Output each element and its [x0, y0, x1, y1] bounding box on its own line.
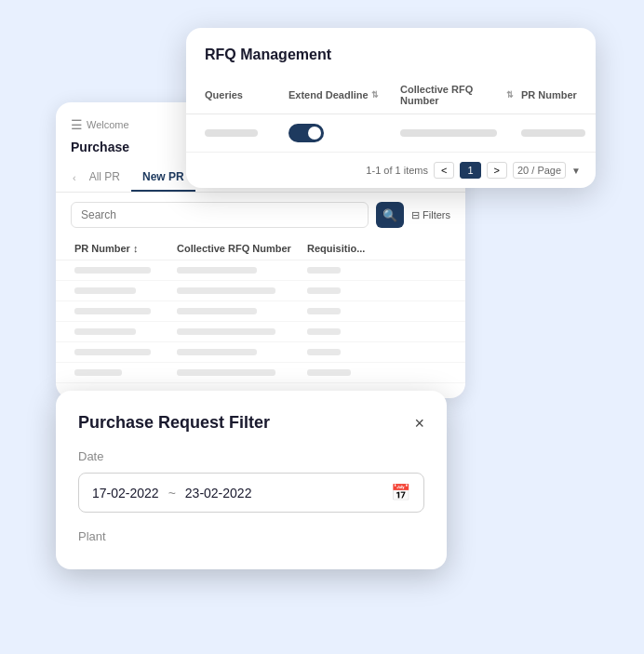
placeholder — [74, 287, 136, 294]
col-pr-number[interactable]: PR Number ↕ — [71, 237, 173, 260]
filter-modal-header: Purchase Request Filter × — [78, 413, 424, 433]
placeholder — [177, 369, 275, 376]
cell-queries — [201, 114, 285, 152]
placeholder — [177, 328, 275, 335]
placeholder — [307, 287, 341, 294]
cell-toggle[interactable] — [285, 114, 396, 152]
sort-icon: ⇅ — [371, 90, 379, 100]
plant-label: Plant — [78, 529, 424, 543]
placeholder — [177, 349, 257, 355]
placeholder — [307, 308, 341, 314]
table-row — [56, 281, 465, 301]
rfq-pagination: 1-1 of 1 items < 1 > 20 / Page ▼ — [186, 153, 596, 188]
col-queries: Queries — [201, 76, 285, 113]
placeholder — [307, 267, 341, 274]
placeholder — [307, 328, 341, 335]
next-page-btn[interactable]: > — [487, 162, 507, 179]
table-row — [56, 301, 465, 322]
placeholder — [74, 369, 122, 376]
table-row — [56, 322, 465, 342]
date-range-row[interactable]: 17-02-2022 ~ 23-02-2022 📅 — [78, 473, 424, 513]
placeholder — [307, 349, 341, 355]
rfq-table-row — [186, 114, 596, 153]
placeholder-queries — [205, 129, 258, 137]
col-extend-deadline[interactable]: Extend Deadline ⇅ — [285, 76, 396, 113]
pagination-info: 1-1 of 1 items — [366, 165, 428, 176]
tab-left-arrow[interactable]: ‹ — [71, 172, 78, 183]
prev-page-btn[interactable]: < — [434, 162, 454, 179]
col-pr-number: PR Number — [517, 76, 610, 113]
placeholder — [307, 369, 351, 376]
placeholder — [177, 308, 257, 314]
filter-close-button[interactable]: × — [414, 415, 424, 432]
page-1-btn[interactable]: 1 — [460, 162, 480, 179]
rfq-card-title: RFQ Management — [186, 47, 596, 76]
placeholder — [74, 308, 151, 314]
placeholder — [177, 267, 257, 274]
cell-collective — [396, 114, 517, 152]
placeholder-pr — [521, 129, 585, 137]
rfq-management-card: RFQ Management Queries Extend Deadline ⇅… — [186, 28, 596, 188]
table-row — [56, 342, 465, 363]
placeholder-collective — [400, 129, 497, 137]
date-label: Date — [78, 449, 424, 463]
per-page-select[interactable]: 20 / Page — [513, 162, 566, 179]
table-row — [56, 260, 465, 281]
col-requisition: Requisitio... — [303, 237, 378, 260]
filter-modal: Purchase Request Filter × Date 17-02-202… — [56, 391, 447, 569]
chevron-down-icon[interactable]: ▼ — [571, 166, 581, 176]
table-row — [56, 363, 465, 383]
date-to: 23-02-2022 — [185, 486, 252, 501]
cell-pr — [517, 114, 610, 152]
calendar-icon[interactable]: 📅 — [391, 483, 410, 502]
search-input[interactable] — [71, 202, 369, 228]
pr-table-header: PR Number ↕ Collective RFQ Number Requis… — [56, 237, 465, 260]
placeholder — [74, 328, 136, 335]
search-row: 🔍 ⊟ Filters — [56, 193, 465, 237]
tab-all-pr[interactable]: All PR — [78, 164, 131, 192]
placeholder — [177, 287, 275, 294]
col-collective-rfq[interactable]: Collective RFQ Number ⇅ — [396, 76, 517, 113]
rfq-table-header: Queries Extend Deadline ⇅ Collective RFQ… — [186, 76, 596, 114]
date-separator: ~ — [168, 486, 176, 501]
sort-icon-2: ⇅ — [506, 90, 514, 100]
menu-icon: ☰ — [71, 117, 83, 132]
col-collective-rfq-num: Collective RFQ Number — [173, 237, 303, 260]
filter-modal-title: Purchase Request Filter — [78, 413, 270, 433]
placeholder — [74, 349, 151, 355]
filter-icon: ⊟ — [411, 209, 420, 221]
placeholder — [74, 267, 151, 274]
extend-deadline-toggle[interactable] — [288, 124, 324, 142]
filters-button[interactable]: ⊟ Filters — [411, 209, 450, 221]
search-icon: 🔍 — [382, 208, 397, 222]
search-button[interactable]: 🔍 — [376, 202, 404, 228]
date-from: 17-02-2022 — [92, 486, 159, 501]
